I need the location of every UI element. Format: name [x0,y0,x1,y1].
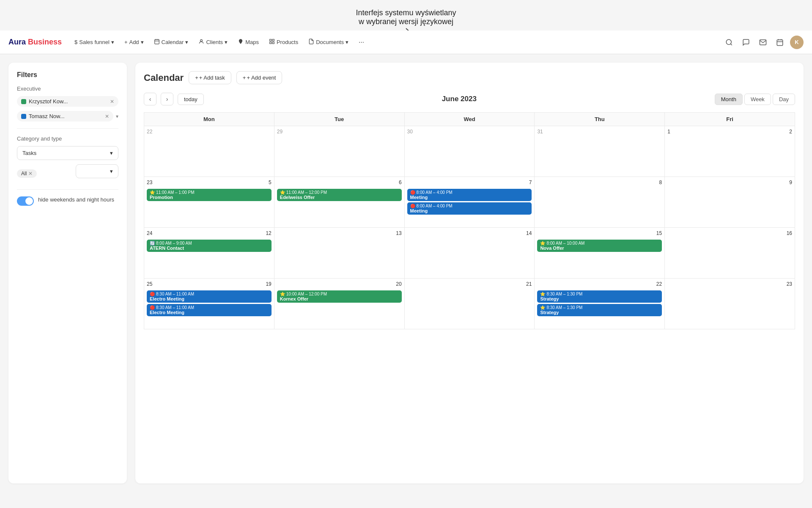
calendar-grid: Mon Tue Wed Thu Fri 2229303112235⭐ 11:00… [144,112,795,329]
search-button[interactable] [722,36,736,49]
exec-tag-tomasz: Tomasz Now... ✕ [17,111,113,121]
calendar-cell[interactable]: 15⭐ 8:00 AM – 10:00 AMNova Offer [535,228,665,279]
next-button[interactable]: › [161,93,173,105]
event-icon: 🔴 [150,292,155,296]
calendar-cell[interactable]: 235⭐ 11:00 AM – 1:00 PMPromotion [144,177,274,228]
calendar-cell[interactable]: 30 [404,126,535,177]
cell-num-right: 7 [529,179,532,185]
col-mon: Mon [144,113,274,126]
event-block[interactable]: 🔴 8:00 AM – 4:00 PMMeeting [407,189,532,201]
add-event-button[interactable]: + + Add event [236,71,283,84]
calendar-cell[interactable]: 2519🔴 8:30 AM – 11:00 AMElectro Meeting🔴… [144,279,274,329]
cell-num-left: 25 [147,281,152,287]
add-task-button[interactable]: + + Add task [189,71,231,84]
plus-icon: + [124,39,128,45]
view-buttons: Month Week Day [715,94,795,105]
event-icon: 🔴 [410,190,415,195]
nav-add[interactable]: + Add ▾ [120,36,148,48]
event-time: ⭐ 8:30 AM – 1:30 PM [540,305,659,310]
dollar-icon: $ [74,39,77,45]
type-select[interactable]: ▾ [76,164,118,178]
calendar-cell[interactable]: 2412🔄 8:00 AM – 9:00 AMATERN Contact [144,228,274,279]
calendar-header-row: Mon Tue Wed Thu Fri [144,113,795,126]
event-block[interactable]: 🔴 8:00 AM – 4:00 PMMeeting [407,202,532,215]
email-button[interactable] [756,36,770,49]
avatar[interactable]: K [790,36,804,49]
cell-num-right: 22 [656,281,662,287]
category-select[interactable]: Tasks ▾ [17,146,118,160]
brand-business: Business [28,38,62,46]
cell-num-right: 2 [789,129,792,135]
cell-num-right: 6 [399,179,402,185]
calendar-cell[interactable]: 9 [665,177,795,228]
calendar-cell[interactable]: 16 [665,228,795,279]
cell-num-right: 15 [656,230,662,236]
event-time: 🔴 8:00 AM – 4:00 PM [410,204,529,208]
exec-remove-krzysztof[interactable]: ✕ [110,99,114,105]
calendar-row: 2229303112 [144,126,795,177]
map-icon [238,39,244,46]
event-name: Edelweiss Offer [280,195,399,200]
exec-chevron-icon[interactable]: ▾ [116,113,118,119]
event-block[interactable]: ⭐ 11:00 AM – 1:00 PMPromotion [147,189,272,201]
nav-products[interactable]: Products [265,36,302,48]
tag-remove-icon[interactable]: ✕ [28,171,33,177]
prev-button[interactable]: ‹ [144,93,156,105]
event-name: Meeting [410,195,529,200]
navbar: Aura Business $ Sales funnel ▾ + Add ▾ C… [0,30,812,54]
calendar-cell[interactable]: 29 [274,126,404,177]
exec-remove-tomasz[interactable]: ✕ [105,113,109,119]
cell-num-right: 20 [396,281,401,287]
event-block[interactable]: 🔴 8:30 AM – 11:00 AMElectro Meeting [147,304,272,316]
cell-num-right: 8 [659,179,662,185]
cell-num-left: 23 [147,179,152,185]
calendar-cell[interactable]: 31 [535,126,665,177]
event-block[interactable]: ⭐ 10:00 AM – 12:00 PMKornex Offer [277,290,402,303]
chevron-down-icon: ▾ [111,39,114,45]
nav-calendar[interactable]: Calendar ▾ [150,36,193,48]
cell-num-left: 29 [277,129,283,135]
calendar-cell[interactable]: 13 [274,228,404,279]
calendar-button[interactable] [773,36,787,49]
nav-sales-funnel[interactable]: $ Sales funnel ▾ [70,36,118,48]
chevron-down-icon: ▾ [225,39,228,45]
view-month-button[interactable]: Month [715,94,743,105]
nav-clients[interactable]: Clients ▾ [194,36,232,48]
today-button[interactable]: today [178,94,204,105]
toggle-label: hide weekends and night hours [38,196,114,203]
event-block[interactable]: ⭐ 11:00 AM – 12:00 PMEdelweiss Offer [277,189,402,201]
calendar-cell[interactable]: 21 [404,279,535,329]
brand-aura: Aura [8,38,26,46]
calendar-cell[interactable]: 23 [665,279,795,329]
event-block[interactable]: 🔄 8:00 AM – 9:00 AMATERN Contact [147,240,272,252]
view-week-button[interactable]: Week [744,94,771,105]
event-block[interactable]: 🔴 8:30 AM – 11:00 AMElectro Meeting [147,290,272,303]
nav-documents[interactable]: Documents ▾ [304,36,353,48]
calendar-cell[interactable]: 12 [665,126,795,177]
nav-more[interactable]: ⋯ [354,36,368,48]
calendar-cell[interactable]: 6⭐ 11:00 AM – 12:00 PMEdelweiss Offer [274,177,404,228]
event-icon: ⭐ [540,305,545,310]
cell-num-right: 19 [266,281,271,287]
nav-maps[interactable]: Maps [233,36,263,48]
hide-weekends-toggle[interactable] [17,196,34,206]
event-block[interactable]: ⭐ 8:30 AM – 1:30 PMStrategy [537,290,662,303]
calendar-cell[interactable]: 22 [144,126,274,177]
calendar-cell[interactable]: 14 [404,228,535,279]
tag-row: All ✕ ▾ [17,164,118,182]
calendar-cell[interactable]: 7🔴 8:00 AM – 4:00 PMMeeting🔴 8:00 AM – 4… [404,177,535,228]
event-icon: ⭐ [280,190,285,195]
event-block[interactable]: ⭐ 8:30 AM – 1:30 PMStrategy [537,304,662,316]
svg-rect-8 [272,39,274,41]
cell-num-left: 31 [537,129,543,135]
svg-rect-13 [777,40,783,46]
chat-button[interactable] [739,36,753,49]
view-day-button[interactable]: Day [773,94,795,105]
calendar-cell[interactable]: 20⭐ 10:00 AM – 12:00 PMKornex Offer [274,279,404,329]
calendar-cell[interactable]: 22⭐ 8:30 AM – 1:30 PMStrategy⭐ 8:30 AM –… [535,279,665,329]
col-thu: Thu [535,113,665,126]
annotation-line2: w wybranej wersji językowej [0,17,812,26]
calendar-cell[interactable]: 8 [535,177,665,228]
event-name: Kornex Offer [280,296,399,301]
event-block[interactable]: ⭐ 8:00 AM – 10:00 AMNova Offer [537,240,662,252]
